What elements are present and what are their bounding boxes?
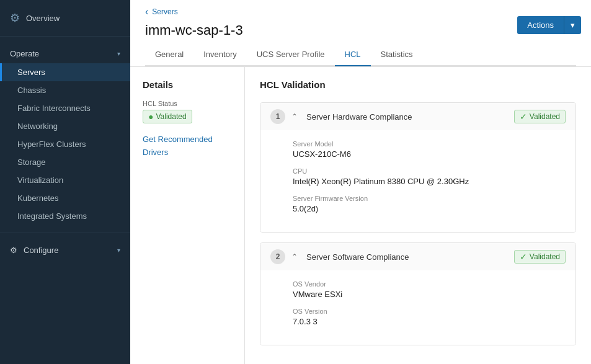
details-panel: Details HCL Status ● Validated Get Recom… (130, 67, 245, 364)
breadcrumb-text[interactable]: Servers (152, 7, 177, 16)
cpu-value: Intel(R) Xeon(R) Platinum 8380 CPU @ 2.3… (293, 177, 563, 186)
sidebar-configure-section: ⚙ Configure ▾ (0, 233, 130, 267)
configure-chevron-icon: ▾ (117, 247, 120, 254)
tab-hcl[interactable]: HCL (335, 43, 371, 66)
sidebar-overview[interactable]: ⚙ Overview (0, 0, 130, 37)
firmware-label: Server Firmware Version (293, 195, 563, 202)
sidebar-operate-section: Operate ▾ Servers Chassis Fabric Interco… (0, 37, 130, 233)
status-badge: ● Validated (143, 110, 192, 123)
compliance-body-2: OS Vendor VMware ESXi OS Version 7.0.3 3 (260, 270, 575, 345)
main-content: ‹ Servers imm-wc-sap-1-3 Actions ▾ Gener… (130, 0, 591, 364)
page-header: ‹ Servers imm-wc-sap-1-3 Actions ▾ Gener… (130, 0, 591, 67)
sidebar-configure-header[interactable]: ⚙ Configure ▾ (0, 241, 130, 260)
compliance-header-1[interactable]: 1 ⌃ Server Hardware Compliance ✓ Validat… (260, 103, 575, 130)
sidebar-item-kubernetes[interactable]: Kubernetes (0, 189, 130, 207)
os-version-value: 7.0.3 3 (293, 317, 563, 326)
sidebar-operate-header[interactable]: Operate ▾ (0, 44, 130, 63)
sidebar-item-servers[interactable]: Servers (0, 63, 130, 81)
hcl-status-label: HCL Status (143, 100, 232, 107)
compliance-section-1: 1 ⌃ Server Hardware Compliance ✓ Validat… (260, 102, 576, 233)
cpu-group: CPU Intel(R) Xeon(R) Platinum 8380 CPU @… (293, 167, 563, 186)
tab-ucs-server-profile[interactable]: UCS Server Profile (247, 43, 335, 66)
status-dot-icon: ● (148, 112, 153, 122)
step-circle-1: 1 (270, 109, 285, 124)
check-icon-2: ✓ (520, 252, 527, 262)
actions-dropdown-button[interactable]: ▾ (564, 16, 581, 34)
sidebar: ⚙ Overview Operate ▾ Servers Chassis Fab… (0, 0, 130, 364)
firmware-group: Server Firmware Version 5.0(2d) (293, 195, 563, 213)
sidebar-item-integrated-systems[interactable]: Integrated Systems (0, 207, 130, 225)
hcl-panel: HCL Validation 1 ⌃ Server Hardware Compl… (245, 67, 591, 364)
os-vendor-value: VMware ESXi (293, 290, 563, 299)
configure-gear-icon: ⚙ (10, 246, 17, 255)
check-icon-1: ✓ (520, 112, 527, 122)
os-version-label: OS Version (293, 308, 563, 315)
sidebar-item-networking[interactable]: Networking (0, 117, 130, 135)
status-value: Validated (156, 112, 186, 121)
tab-bar: General Inventory UCS Server Profile HCL… (145, 43, 576, 66)
collapse-icon-1: ⌃ (291, 112, 298, 121)
overview-label: Overview (26, 14, 60, 23)
header-actions: Actions ▾ (517, 16, 581, 34)
get-recommended-drivers-link[interactable]: Get Recommended Drivers (143, 133, 232, 159)
server-model-value: UCSX-210C-M6 (293, 149, 563, 159)
validated-badge-2: ✓ Validated (514, 250, 566, 264)
sidebar-item-hyperflex-clusters[interactable]: HyperFlex Clusters (0, 135, 130, 153)
operate-label: Operate (10, 49, 39, 58)
breadcrumb[interactable]: ‹ Servers (145, 0, 576, 20)
os-vendor-group: OS Vendor VMware ESXi (293, 280, 563, 299)
compliance-title-2: Server Software Compliance (306, 252, 508, 262)
sidebar-item-fabric-interconnects[interactable]: Fabric Interconnects (0, 99, 130, 117)
configure-label: Configure (24, 246, 58, 255)
collapse-icon-2: ⌃ (291, 252, 298, 261)
content-area: Details HCL Status ● Validated Get Recom… (130, 67, 591, 364)
sidebar-item-storage[interactable]: Storage (0, 153, 130, 171)
tab-general[interactable]: General (145, 43, 193, 66)
details-title: Details (143, 79, 232, 90)
compliance-title-1: Server Hardware Compliance (306, 112, 508, 122)
step-circle-2: 2 (270, 249, 285, 264)
tab-inventory[interactable]: Inventory (193, 43, 246, 66)
compliance-section-2: 2 ⌃ Server Software Compliance ✓ Validat… (260, 242, 576, 345)
os-version-group: OS Version 7.0.3 3 (293, 308, 563, 326)
os-vendor-label: OS Vendor (293, 280, 563, 288)
overview-gear-icon: ⚙ (10, 11, 20, 25)
server-model-group: Server Model UCSX-210C-M6 (293, 140, 563, 159)
cpu-label: CPU (293, 167, 563, 175)
hcl-validation-title: HCL Validation (260, 79, 576, 90)
validated-badge-1: ✓ Validated (514, 110, 566, 123)
hcl-status-group: HCL Status ● Validated (143, 100, 232, 123)
operate-chevron-icon: ▾ (117, 50, 120, 57)
actions-button[interactable]: Actions (517, 16, 564, 34)
tab-statistics[interactable]: Statistics (371, 43, 423, 66)
sidebar-item-chassis[interactable]: Chassis (0, 81, 130, 99)
server-model-label: Server Model (293, 140, 563, 148)
compliance-body-1: Server Model UCSX-210C-M6 CPU Intel(R) X… (260, 130, 575, 232)
page-title: imm-wc-sap-1-3 (145, 20, 243, 43)
compliance-header-2[interactable]: 2 ⌃ Server Software Compliance ✓ Validat… (260, 243, 575, 270)
sidebar-item-virtualization[interactable]: Virtualization (0, 171, 130, 189)
breadcrumb-arrow-icon: ‹ (145, 6, 148, 17)
firmware-value: 5.0(2d) (293, 204, 563, 213)
